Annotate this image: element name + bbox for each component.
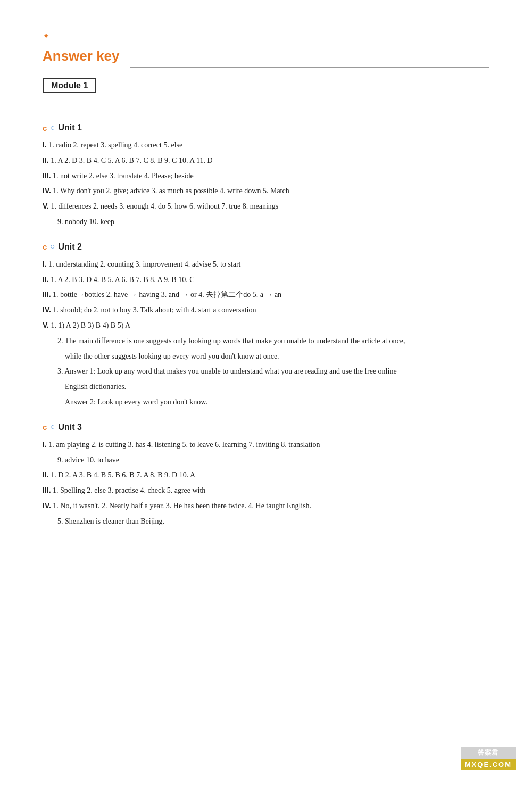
unit1-roman-III: III. [43,171,51,180]
unit3-answer-I-extra: 9. advice 10. to have [57,456,119,464]
unit3-open-dot: ○ [50,423,55,432]
unit2-section: c ○ Unit 2 I. 1. understanding 2. counti… [43,242,489,409]
unit3-c-dot: c [43,423,47,432]
unit2-roman-I: I. [43,260,47,268]
unit1-answer-II: 1. A 2. D 3. B 4. C 5. A 6. B 7. C 8. B … [51,156,212,164]
unit2-c-dot: c [43,242,47,251]
watermark-top-label: 答案君 [461,747,516,759]
unit2-section-V-line4: 3. Answer 1: Look up any word that makes… [43,365,489,378]
unit1-roman-II: II. [43,156,49,164]
unit2-answer-III: 1. bottle→bottles 2. have → having 3. an… [53,291,281,299]
unit2-section-IV: IV. 1. should; do 2. not to buy 3. Talk … [43,304,489,317]
unit2-section-V: V. 1. 1) A 2) B 3) B 4) B 5) A [43,319,489,332]
unit1-section-V: V. 1. differences 2. needs 3. enough 4. … [43,200,489,213]
unit3-answer-II: 1. D 2. A 3. B 4. B 5. B 6. B 7. A 8. B … [51,471,195,479]
unit1-section-IV: IV. 1. Why don't you 2. give; advice 3. … [43,185,489,197]
unit2-section-V-line3: while the other suggests looking up ever… [43,350,489,363]
unit1-roman-I: I. [43,140,47,149]
unit2-header: c ○ Unit 2 [43,242,489,252]
unit2-roman-II: II. [43,275,49,284]
unit1-section: c ○ Unit 1 I. 1. radio 2. repeat 3. spel… [43,123,489,228]
unit1-c-dot: c [43,123,47,133]
watermark: 答案君 MXQE.COM [461,747,516,770]
star-decoration: ✦ [43,31,49,41]
unit2-section-V-line2: 2. The main difference is one suggests o… [43,335,489,348]
unit2-section-III: III. 1. bottle→bottles 2. have → having … [43,288,489,301]
unit2-answer-V-line5: English dictionaries. [65,383,126,391]
watermark-bottom-label: MXQE.COM [461,759,516,770]
unit3-roman-I: I. [43,440,47,449]
unit1-open-dot: ○ [50,123,55,133]
unit3-roman-II: II. [43,470,49,479]
unit1-label: Unit 1 [58,123,81,133]
unit3-section-IV: IV. 1. No, it wasn't. 2. Nearly half a y… [43,500,489,512]
unit2-answer-IV: 1. should; do 2. not to buy 3. Talk abou… [53,306,256,314]
unit1-section-II: II. 1. A 2. D 3. B 4. C 5. A 6. B 7. C 8… [43,154,489,167]
unit3-section-II: II. 1. D 2. A 3. B 4. B 5. B 6. B 7. A 8… [43,469,489,482]
unit2-answer-V-line1: 1. 1) A 2) B 3) B 4) B 5) A [51,321,130,329]
unit2-answer-V-line3: while the other suggests looking up ever… [65,352,279,360]
unit3-answer-I: 1. am playing 2. is cutting 3. has 4. li… [48,441,320,449]
unit2-roman-V: V. [43,321,49,329]
unit1-answer-V: 1. differences 2. needs 3. enough 4. do … [51,202,278,210]
title-divider [130,67,489,68]
unit2-answer-V-line6: Answer 2: Look up every word you don't k… [65,398,207,406]
unit3-section-IV-line2: 5. Shenzhen is cleaner than Beijing. [43,515,489,528]
unit1-roman-V: V. [43,202,49,210]
page-title: Answer key [43,48,120,64]
unit3-section-I: I. 1. am playing 2. is cutting 3. has 4.… [43,438,489,451]
unit3-roman-IV: IV. [43,501,51,510]
unit2-label: Unit 2 [58,242,81,252]
unit1-answer-V-extra: 9. nobody 10. keep [57,218,114,226]
unit3-header: c ○ Unit 3 [43,423,489,432]
unit2-section-I: I. 1. understanding 2. counting 3. impro… [43,258,489,271]
unit2-section-V-line6: Answer 2: Look up every word you don't k… [43,396,489,409]
unit1-section-III: III. 1. not write 2. else 3. translate 4… [43,170,489,183]
unit1-roman-IV: IV. [43,186,51,195]
unit2-answer-II: 1. A 2. B 3. D 4. B 5. A 6. B 7. B 8. A … [51,276,194,284]
unit1-section-I: I. 1. radio 2. repeat 3. spelling 4. cor… [43,139,489,152]
unit3-section-III: III. 1. Spelling 2. else 3. practise 4. … [43,484,489,497]
unit2-section-II: II. 1. A 2. B 3. D 4. B 5. A 6. B 7. B 8… [43,274,489,286]
unit3-section-I-extra: 9. advice 10. to have [43,454,489,467]
unit2-answer-I: 1. understanding 2. counting 3. improvem… [48,260,240,268]
unit3-label: Unit 3 [58,423,81,432]
unit2-answer-V-line4: 3. Answer 1: Look up any word that makes… [57,367,397,375]
module-label: Module 1 [43,78,96,93]
unit2-roman-IV: IV. [43,305,51,314]
unit3-roman-III: III. [43,486,51,494]
unit1-answer-I: 1. radio 2. repeat 3. spelling 4. correc… [48,141,182,149]
unit3-section: c ○ Unit 3 I. 1. am playing 2. is cuttin… [43,423,489,528]
unit1-answer-IV: 1. Why don't you 2. give; advice 3. as m… [53,187,289,195]
unit1-header: c ○ Unit 1 [43,123,489,133]
unit2-section-V-line5: English dictionaries. [43,380,489,393]
unit3-answer-IV-line1: 1. No, it wasn't. 2. Nearly half a year.… [53,502,311,510]
unit3-answer-IV-line2: 5. Shenzhen is cleaner than Beijing. [57,517,164,525]
unit2-roman-III: III. [43,290,51,299]
unit1-answer-III: 1. not write 2. else 3. translate 4. Ple… [53,172,194,180]
unit1-section-V-extra: 9. nobody 10. keep [43,216,489,228]
unit2-open-dot: ○ [50,242,55,251]
unit3-answer-III: 1. Spelling 2. else 3. practise 4. check… [53,486,205,494]
unit2-answer-V-line2: 2. The main difference is one suggests o… [57,337,405,345]
